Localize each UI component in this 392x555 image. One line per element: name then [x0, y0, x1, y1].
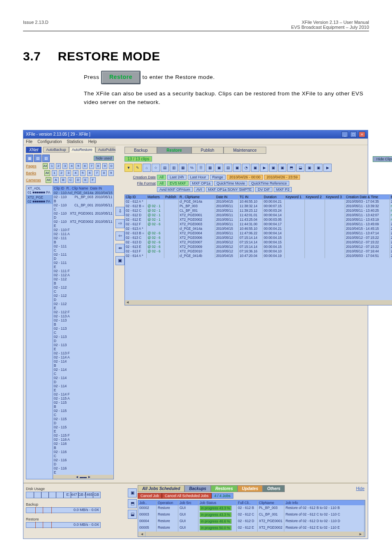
- main-tab[interactable]: Publish: [191, 147, 224, 154]
- banks-num[interactable]: 1: [52, 170, 57, 176]
- table-col[interactable]: Publish: [164, 195, 179, 199]
- jobs-table[interactable]: Job..OperationJob SrcJob StatusFull Cli.…: [138, 500, 365, 537]
- toolbar-icon[interactable]: %: [188, 164, 196, 172]
- cameras-num[interactable]: E: [83, 177, 88, 183]
- clip-row[interactable]: 02 - 110 DXT2_PGE00012010/05/11: [53, 211, 113, 220]
- clip-row[interactable]: 02 - 113 B: [53, 318, 113, 326]
- filter-chip[interactable]: AVI: [194, 187, 205, 192]
- toolbar-icon[interactable]: ✎: [134, 164, 142, 172]
- filter-chip[interactable]: Avid MXF OPAtom: [157, 187, 193, 192]
- clip-row[interactable]: 02 - 111 B: [53, 236, 113, 244]
- toolbar-icon[interactable]: ▤: [161, 164, 169, 172]
- clip-row[interactable]: 02 - 115 A: [53, 396, 113, 400]
- pages-num[interactable]: 2: [56, 163, 61, 169]
- main-clip-table[interactable]: Clip IDMarkersPublishR.. ClipNameDate IN…: [125, 194, 392, 305]
- jobs-col[interactable]: Job..: [138, 500, 157, 505]
- clip-row[interactable]: 02 - 114 D: [53, 376, 113, 384]
- clip-row[interactable]: 02 - 112 E: [53, 302, 113, 310]
- clip-row[interactable]: 02 - 114 B: [53, 359, 113, 368]
- jobs-row[interactable]: 00004RestoreGUIin progress 46.6 %02 - 61…: [138, 518, 365, 525]
- list-icon[interactable]: ▤: [34, 155, 42, 162]
- table-col[interactable]: R.. ClipName: [179, 195, 215, 199]
- banks-num[interactable]: 7: [94, 170, 99, 176]
- filter-chip[interactable]: MXF OP1a SONY SMPTE: [206, 187, 254, 192]
- auto-tab[interactable]: AutoRestore: [69, 147, 95, 153]
- clip-row[interactable]: 02 - 113 D: [53, 335, 113, 343]
- page-icon[interactable]: ▥: [42, 155, 50, 162]
- clip-row[interactable]: 02 - 114 C: [53, 368, 113, 376]
- filter-chip[interactable]: QuickTime Movie: [214, 181, 247, 186]
- close-icon[interactable]: ×: [359, 132, 365, 137]
- table-row[interactable]: 02 - 612 D@ 02 - 1XT2_PGE00012010/05/111…: [125, 213, 392, 217]
- toolbar-icon[interactable]: ▣: [278, 164, 286, 172]
- filter-chip[interactable]: 2010/04/26 - 23:59: [264, 175, 300, 180]
- clip-row[interactable]: 02 - 115 E: [53, 425, 113, 433]
- jobs-col[interactable]: Job Status: [198, 500, 237, 505]
- transfer-icon[interactable]: ▣: [115, 256, 125, 265]
- jobs-tab[interactable]: Backups: [184, 485, 211, 492]
- table-col[interactable]: Markers: [147, 195, 164, 199]
- table-col[interactable]: Clip ID: [125, 195, 147, 199]
- transfer-icon[interactable]: ⇚: [115, 244, 125, 253]
- toolbar-icon[interactable]: ☰: [197, 164, 205, 172]
- cameras-num[interactable]: F: [90, 177, 96, 183]
- jobs-col[interactable]: Job Src: [178, 500, 198, 505]
- table-col[interactable]: Duration: [263, 195, 285, 199]
- filter-chip[interactable]: 2010/04/26 - 00:00: [227, 175, 263, 180]
- table-row[interactable]: 02 - 613 E@ 02 - 6XT2_PGE00092010/05/120…: [125, 245, 392, 249]
- jobs-hide-link[interactable]: Hide: [356, 486, 365, 491]
- filter-chip[interactable]: DV DIF: [255, 187, 272, 192]
- toolbar-icon[interactable]: ▣: [251, 164, 259, 172]
- clip-row[interactable]: 02 - 110 BPL_BP_0032010/05/11: [53, 195, 113, 203]
- pages-num[interactable]: 7: [89, 163, 94, 169]
- jobs-col[interactable]: Operation: [157, 500, 178, 505]
- cameras-num[interactable]: B: [60, 177, 66, 183]
- table-row[interactable]: 02 - 613 D@ 02 - 6XT2_PGE00072010/05/120…: [125, 240, 392, 245]
- clip-row[interactable]: 02 - 116 E: [53, 466, 113, 474]
- clip-row[interactable]: 02 - 110 F: [53, 228, 113, 232]
- table-row[interactable]: 02 - 612 C@ 02 - 1CL_BP_0012010/05/1111:…: [125, 208, 392, 213]
- minimize-icon[interactable]: _: [341, 132, 348, 137]
- clip-row[interactable]: 02 - 112 C: [53, 285, 113, 294]
- jobs-row[interactable]: 00003RestoreGUIin progress 43.3 %02 - 61…: [138, 512, 365, 518]
- toolbar-icon[interactable]: ◔: [242, 164, 250, 172]
- cancel-job-button[interactable]: Cancel Job: [138, 493, 162, 499]
- auto-tab[interactable]: AutoBackup: [43, 147, 69, 153]
- banks-num[interactable]: 5: [80, 170, 85, 176]
- filter-chip[interactable]: MXF P2: [274, 187, 292, 192]
- table-row[interactable]: 02 - 614 A *cl_PGE_0414b2010/04/1510:47:…: [125, 254, 392, 258]
- toolbar-icon[interactable]: ☆: [152, 164, 160, 172]
- clip-row[interactable]: 02 - 113 E: [53, 343, 113, 351]
- banks-num[interactable]: 4: [73, 170, 78, 176]
- clip-row[interactable]: 02 - 116 D: [53, 458, 113, 466]
- jobs-tab[interactable]: All Jobs Scheduled: [138, 485, 184, 492]
- filter-chip[interactable]: All: [157, 175, 166, 180]
- toolbar-icon[interactable]: ▣: [233, 164, 241, 172]
- clip-row[interactable]: 02 - 111 C: [53, 244, 113, 252]
- main-tab[interactable]: Backup: [125, 147, 157, 154]
- table-col[interactable]: Backup D..: [390, 195, 392, 199]
- clip-row[interactable]: 02 - 111 A: [53, 232, 113, 236]
- clip-row[interactable]: 02 - 112 B: [53, 277, 113, 285]
- toolbar-icon[interactable]: ▶: [323, 164, 332, 172]
- pages-num[interactable]: 1: [49, 163, 54, 169]
- jobs-tab[interactable]: Others: [263, 485, 285, 492]
- filter-chip[interactable]: Last 24h: [167, 175, 187, 180]
- server-list[interactable]: XT_ADL01 ■■■■■■ PAXT2_PGE02 ■■■■■■ PA: [26, 185, 53, 479]
- table-row[interactable]: 02 - 612 F@ 02 - 6XT2_PGE00032010/05/111…: [125, 222, 392, 227]
- clip-row[interactable]: 02 - 116 C: [53, 450, 113, 458]
- scrollbar[interactable]: ◄ ▬▬ ►: [53, 475, 113, 479]
- clip-row[interactable]: 02 - 112 D: [53, 294, 113, 302]
- stack-icon[interactable]: ⬒: [128, 499, 137, 508]
- pages-num[interactable]: 3: [62, 163, 67, 169]
- clip-row[interactable]: 02 - 116 B: [53, 442, 113, 450]
- menu-item[interactable]: File: [26, 139, 32, 144]
- tree-icon[interactable]: ▦: [26, 155, 33, 162]
- table-row[interactable]: 02 - 613 F@ 02 - 6XT2_PGE00102010/05/120…: [125, 249, 392, 254]
- filter-chip[interactable]: QuickTime Reference: [249, 181, 289, 186]
- jobs-col[interactable]: Job Info: [284, 500, 364, 505]
- pages-num[interactable]: 0: [109, 163, 114, 169]
- pages-num[interactable]: 5: [76, 163, 81, 169]
- menu-item[interactable]: Configuration: [37, 139, 62, 144]
- filter-chip[interactable]: EVS MXF: [167, 181, 189, 186]
